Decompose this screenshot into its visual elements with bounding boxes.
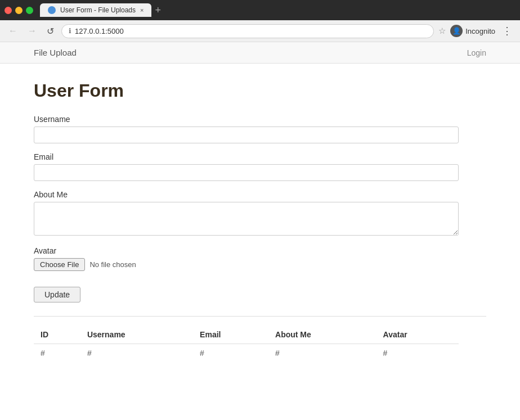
main-content: User Form Username Email About Me Avatar… bbox=[0, 64, 520, 379]
table-cell: # bbox=[376, 344, 459, 363]
table-cell: # bbox=[193, 344, 268, 363]
forward-button[interactable]: → bbox=[25, 25, 39, 37]
window-close-button[interactable] bbox=[5, 7, 12, 14]
no-file-chosen-label: No file chosen bbox=[89, 260, 136, 269]
address-secure-icon: ℹ bbox=[69, 27, 71, 35]
browser-menu-icon[interactable]: ⋮ bbox=[500, 24, 514, 38]
page-title: User Form bbox=[34, 80, 486, 101]
tab-close-icon[interactable]: × bbox=[140, 7, 144, 13]
col-id: ID bbox=[34, 326, 80, 344]
table-cell: # bbox=[80, 344, 193, 363]
address-text: 127.0.0.1:5000 bbox=[75, 27, 427, 35]
avatar-label: Avatar bbox=[34, 246, 486, 255]
incognito-label: Incognito bbox=[465, 27, 495, 35]
window-minimize-button[interactable] bbox=[15, 7, 23, 14]
user-form: Username Email About Me Avatar Choose Fi… bbox=[34, 115, 486, 302]
login-link[interactable]: Login bbox=[467, 48, 486, 57]
username-label: Username bbox=[34, 115, 486, 124]
col-username: Username bbox=[80, 326, 193, 344]
app-header: File Upload Login bbox=[0, 42, 520, 64]
table-cell: # bbox=[268, 344, 376, 363]
about-me-textarea[interactable] bbox=[34, 202, 459, 236]
new-tab-button[interactable]: + bbox=[155, 5, 161, 15]
update-button[interactable]: Update bbox=[34, 287, 80, 302]
incognito-profile-button[interactable]: 👤 Incognito bbox=[450, 25, 495, 37]
email-group: Email bbox=[34, 152, 486, 181]
reload-button[interactable]: ↺ bbox=[44, 25, 57, 38]
table-header-row: ID Username Email About Me Avatar bbox=[34, 326, 459, 344]
email-input[interactable] bbox=[34, 164, 459, 181]
table-head: ID Username Email About Me Avatar bbox=[34, 326, 459, 344]
about-me-group: About Me bbox=[34, 190, 486, 237]
username-input[interactable] bbox=[34, 127, 459, 143]
browser-toolbar: ← → ↺ ℹ 127.0.0.1:5000 ☆ 👤 Incognito ⋮ bbox=[0, 20, 520, 42]
table-row: ##### bbox=[34, 344, 459, 363]
col-about-me: About Me bbox=[268, 326, 376, 344]
bookmark-star-icon[interactable]: ☆ bbox=[438, 26, 446, 36]
data-table: ID Username Email About Me Avatar ##### bbox=[34, 326, 459, 362]
back-button[interactable]: ← bbox=[6, 25, 20, 37]
app-logo: File Upload bbox=[34, 48, 77, 57]
window-maximize-button[interactable] bbox=[26, 7, 33, 14]
username-group: Username bbox=[34, 115, 486, 143]
browser-chrome: User Form - File Uploads × + bbox=[0, 0, 520, 20]
profile-avatar-icon: 👤 bbox=[450, 25, 463, 37]
window-controls bbox=[5, 7, 33, 14]
avatar-group: Avatar Choose File No file chosen bbox=[34, 246, 486, 271]
tab-bar: User Form - File Uploads × + bbox=[40, 3, 515, 17]
address-bar[interactable]: ℹ 127.0.0.1:5000 bbox=[61, 24, 434, 38]
tab-title: User Form - File Uploads bbox=[60, 6, 136, 14]
table-cell: # bbox=[34, 344, 80, 363]
choose-file-button[interactable]: Choose File bbox=[34, 258, 85, 271]
tab-favicon-icon bbox=[48, 6, 56, 14]
email-label: Email bbox=[34, 152, 486, 161]
table-body: ##### bbox=[34, 344, 459, 363]
section-divider bbox=[34, 316, 486, 317]
about-me-label: About Me bbox=[34, 190, 486, 199]
col-avatar: Avatar bbox=[376, 326, 459, 344]
file-input-wrapper: Choose File No file chosen bbox=[34, 258, 486, 271]
active-tab[interactable]: User Form - File Uploads × bbox=[40, 3, 151, 17]
col-email: Email bbox=[193, 326, 268, 344]
